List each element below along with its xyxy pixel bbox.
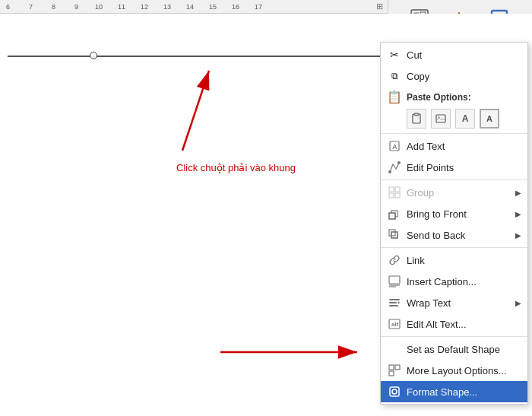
more-layout-options-icon [387,363,402,378]
menu-item-more-layout-options[interactable]: More Layout Options... [381,360,527,381]
group-arrow: ▶ [515,189,521,197]
paste-options-icon: 📋 [387,90,402,104]
separator-1 [381,133,527,134]
set-default-shape-label: Set as Default Shape [407,344,521,355]
separator-4 [381,336,527,337]
edit-alt-text-label: Edit Alt Text... [407,319,521,330]
bring-to-front-arrow: ▶ [515,210,521,218]
menu-item-edit-alt-text[interactable]: alt Edit Alt Text... [381,313,527,335]
menu-item-group[interactable]: Group ▶ [381,182,527,203]
add-text-icon: A [387,138,402,154]
insert-caption-label: Insert Caption... [407,276,521,287]
separator-2 [381,179,527,180]
menu-item-bring-to-front[interactable]: Bring to Front ▶ [381,203,527,224]
menu-item-link[interactable]: Link [381,249,527,271]
frame-handle[interactable] [90,52,97,59]
copy-label: Copy [407,71,521,82]
svg-rect-23 [395,193,400,198]
svg-rect-33 [389,299,400,300]
more-layout-options-label: More Layout Options... [407,365,521,376]
svg-point-19 [397,161,401,164]
context-menu: ✂ Cut ⧉ Copy 📋 Paste Options: A A A Add … [380,42,528,405]
send-to-back-arrow: ▶ [515,231,521,240]
svg-rect-39 [395,365,400,370]
svg-rect-14 [436,115,445,122]
doc-arrow-svg [76,63,213,154]
ruler-adjust-icon[interactable]: ⊞ [376,2,383,11]
svg-text:A: A [392,143,397,151]
menu-item-add-text[interactable]: A Add Text [381,135,527,157]
svg-rect-13 [414,113,419,116]
wrap-text-label: Wrap Text [407,297,515,309]
svg-text:alt: alt [391,321,399,328]
separator-3 [381,247,527,248]
link-label: Link [407,255,521,266]
svg-rect-22 [389,193,394,198]
cut-icon: ✂ [387,47,402,62]
svg-point-18 [388,170,391,173]
menu-item-copy[interactable]: ⧉ Copy [381,65,527,87]
menu-item-edit-points[interactable]: Edit Points [381,157,527,178]
svg-rect-34 [389,302,397,303]
svg-line-9 [182,71,209,151]
wrap-text-arrow: ▶ [515,299,521,307]
paste-options-row: 📋 Paste Options: [381,87,527,107]
paste-icon-format[interactable]: A [480,109,499,129]
bring-to-front-label: Bring to Front [407,208,515,220]
svg-rect-25 [389,213,395,219]
group-label: Group [407,187,515,198]
insert-caption-icon [387,274,402,289]
paste-icon-picture[interactable] [431,109,451,129]
wrap-text-icon [387,295,402,310]
edit-points-label: Edit Points [407,162,521,173]
set-default-shape-icon [387,341,402,357]
copy-icon: ⧉ [387,68,402,84]
send-to-back-icon [387,227,402,243]
svg-rect-21 [395,187,400,192]
svg-point-42 [392,389,397,394]
menu-item-send-to-back[interactable]: Send to Back ▶ [381,224,527,246]
send-to-back-label: Send to Back [407,230,515,241]
bring-to-front-icon [387,206,402,221]
paste-icon-clipboard[interactable] [407,109,426,129]
paste-options-label: Paste Options: [407,92,471,103]
format-shape-label: Format Shape... [407,386,521,398]
menu-item-wrap-text[interactable]: Wrap Text ▶ [381,292,527,313]
format-shape-icon [387,384,402,399]
svg-rect-27 [391,232,397,238]
edit-alt-text-icon: alt [387,316,402,332]
svg-rect-20 [389,187,394,192]
svg-rect-40 [389,371,394,376]
svg-rect-41 [390,387,399,396]
edit-points-icon [387,160,402,175]
link-icon [387,252,402,268]
group-icon [387,185,402,200]
menu-item-format-shape[interactable]: Format Shape... [381,381,527,402]
instruction-text: Click chuột phải vào khung [176,162,296,173]
paste-icon-text[interactable]: A [455,109,475,129]
add-text-label: Add Text [407,141,521,152]
doc-frame-line [8,56,380,57]
svg-rect-30 [389,276,400,284]
svg-rect-35 [389,305,398,306]
menu-item-set-default-shape[interactable]: Set as Default Shape [381,338,527,360]
menu-item-cut[interactable]: ✂ Cut [381,44,527,65]
bottom-arrow-svg [220,329,388,375]
svg-rect-38 [389,365,394,370]
menu-item-insert-caption[interactable]: Insert Caption... [381,271,527,292]
paste-icons-row: A A [381,107,527,132]
cut-label: Cut [407,49,521,61]
